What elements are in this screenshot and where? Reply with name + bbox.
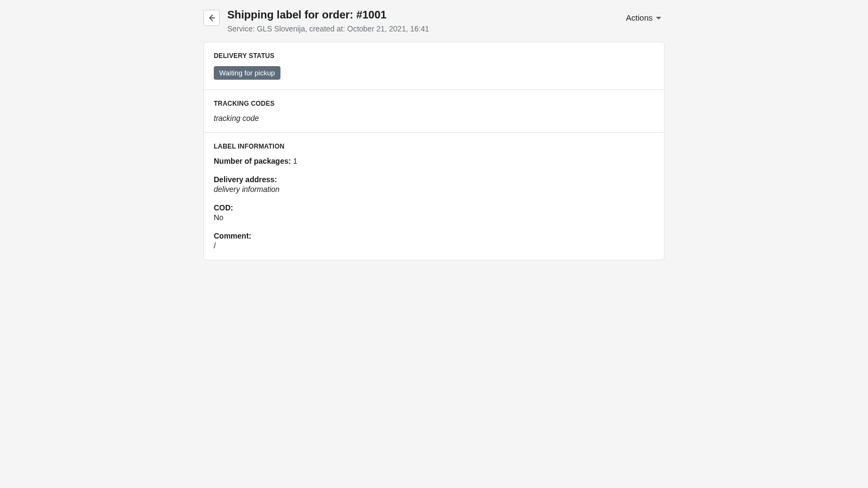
header-left: Shipping label for order: #1001 Service:… — [203, 9, 429, 33]
num-packages-row: Number of packages: 1 — [214, 157, 654, 165]
main-card: DELIVERY STATUS Waiting for pickup TRACK… — [203, 42, 665, 260]
tracking-codes-section: TRACKING CODES tracking code — [204, 89, 664, 132]
num-packages-value: 1 — [293, 157, 297, 165]
status-badge: Waiting for pickup — [214, 66, 280, 80]
chevron-down-icon — [656, 17, 661, 20]
cod-label: COD: — [214, 203, 654, 212]
actions-button[interactable]: Actions — [626, 9, 665, 22]
label-info-section: LABEL INFORMATION Number of packages: 1 … — [204, 132, 664, 260]
page-title: Shipping label for order: #1001 — [227, 9, 429, 21]
comment-value: / — [214, 241, 654, 250]
actions-label: Actions — [626, 13, 653, 22]
tracking-code-value: tracking code — [214, 114, 654, 123]
num-packages-label: Number of packages: — [214, 157, 291, 165]
delivery-status-heading: DELIVERY STATUS — [214, 52, 654, 60]
arrow-left-icon — [207, 13, 216, 23]
delivery-status-section: DELIVERY STATUS Waiting for pickup — [204, 42, 664, 89]
delivery-address-row: Delivery address: delivery information — [214, 175, 654, 194]
comment-label: Comment: — [214, 232, 654, 240]
delivery-address-label: Delivery address: — [214, 175, 654, 184]
cod-value: No — [214, 213, 654, 222]
page-subtitle: Service: GLS Slovenija, created at: Octo… — [227, 24, 429, 33]
comment-row: Comment: / — [214, 232, 654, 250]
page-header: Shipping label for order: #1001 Service:… — [203, 9, 665, 33]
back-button[interactable] — [203, 10, 220, 26]
label-info-heading: LABEL INFORMATION — [214, 143, 654, 150]
cod-row: COD: No — [214, 203, 654, 222]
delivery-address-value: delivery information — [214, 185, 654, 194]
tracking-codes-heading: TRACKING CODES — [214, 100, 654, 107]
title-block: Shipping label for order: #1001 Service:… — [227, 9, 429, 33]
